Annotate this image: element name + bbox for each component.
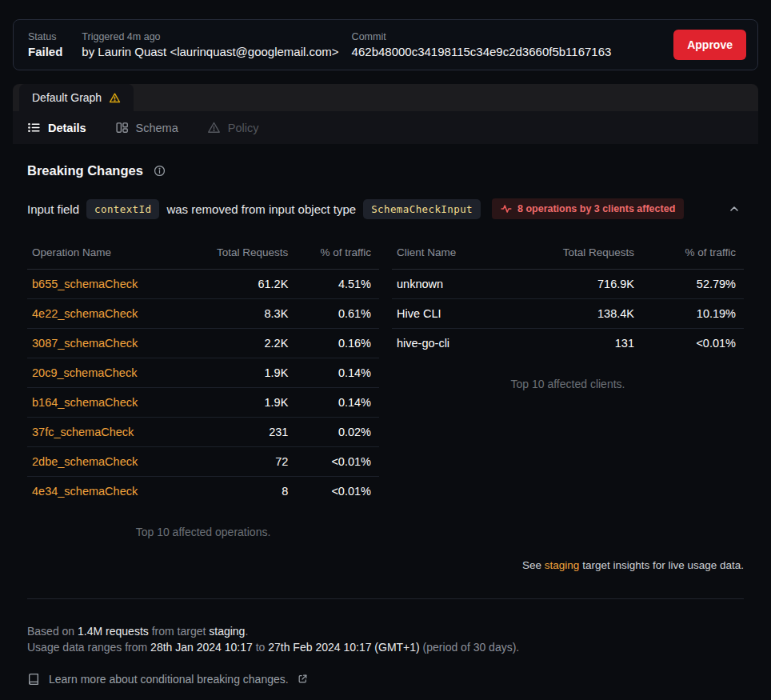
traffic-percent-value: <0.01% xyxy=(293,477,379,506)
table-row: unknown716.9K52.79% xyxy=(392,270,744,299)
traffic-percent-value: 52.79% xyxy=(639,270,744,299)
operation-link[interactable]: 3087_schemaCheck xyxy=(27,329,183,358)
total-requests-value: 2.2K xyxy=(183,329,293,358)
table-row: b655_schemaCheck61.2K4.51% xyxy=(27,270,379,299)
total-requests-value: 716.9K xyxy=(505,270,639,299)
range-suffix: (period of 30 days). xyxy=(420,641,520,654)
learn-more-link[interactable]: Learn more about conditional breaking ch… xyxy=(27,673,308,686)
client-name: Hive CLI xyxy=(392,299,505,329)
triggered-group: Triggered 4m ago by Laurin Quast <laurin… xyxy=(82,31,338,58)
column-header: % of traffic xyxy=(639,242,744,270)
operation-link[interactable]: 4e34_schemaCheck xyxy=(27,477,183,506)
date-range-line: Usage data ranges from 28th Jan 2024 10:… xyxy=(27,639,744,655)
column-header: Operation Name xyxy=(27,242,183,270)
range-start: 28th Jan 2024 10:17 xyxy=(150,641,253,654)
usage-summary: Based on 1.4M requests from target stagi… xyxy=(27,623,744,655)
usage-tables: Operation NameTotal Requests% of traffic… xyxy=(27,242,744,538)
tab-policy[interactable]: Policy xyxy=(207,121,259,134)
range-end: 27th Feb 2024 10:17 (GMT+1) xyxy=(268,641,420,654)
check-summary-card: Status Failed Triggered 4m ago by Laurin… xyxy=(13,19,758,70)
total-requests-value: 61.2K xyxy=(183,270,293,299)
type-code-badge: SchemaCheckInput xyxy=(363,199,481,219)
table-row: 3087_schemaCheck2.2K0.16% xyxy=(27,329,379,358)
tab-policy-label: Policy xyxy=(228,122,259,134)
info-icon[interactable] xyxy=(154,165,166,177)
traffic-percent-value: 0.61% xyxy=(293,299,379,329)
change-text-middle: was removed from input object type xyxy=(166,202,356,216)
table-row: 4e34_schemaCheck8<0.01% xyxy=(27,477,379,506)
client-name: hive-go-cli xyxy=(392,329,505,358)
staging-target-link[interactable]: staging xyxy=(545,559,580,571)
operation-link[interactable]: 2dbe_schemaCheck xyxy=(27,447,183,477)
status-value: Failed xyxy=(28,45,62,58)
table-row: Hive CLI138.4K10.19% xyxy=(392,299,744,329)
table-row: 37fc_schemaCheck2310.02% xyxy=(27,418,379,447)
target-name: staging xyxy=(209,625,245,638)
operations-table: Operation NameTotal Requests% of traffic… xyxy=(27,242,379,506)
impact-badge-label: 8 operations by 3 clients affected xyxy=(517,203,675,214)
based-on-end: . xyxy=(245,625,248,638)
status-label: Status xyxy=(28,31,62,42)
table-row: 2dbe_schemaCheck72<0.01% xyxy=(27,447,379,477)
column-header: Total Requests xyxy=(183,242,293,270)
field-code-badge: contextId xyxy=(86,199,159,219)
approve-button[interactable]: Approve xyxy=(673,30,746,60)
traffic-percent-value: 10.19% xyxy=(639,299,744,329)
triggered-label: Triggered 4m ago xyxy=(82,31,338,42)
request-count: 1.4M requests xyxy=(78,625,149,638)
column-header: % of traffic xyxy=(293,242,379,270)
client-name: unknown xyxy=(392,270,505,299)
operation-link[interactable]: 37fc_schemaCheck xyxy=(27,418,183,447)
tab-details[interactable]: Details xyxy=(27,121,86,134)
table-row: 20c9_schemaCheck1.9K0.14% xyxy=(27,358,379,388)
check-nav-row: Details Schema Policy xyxy=(13,111,758,144)
clients-table: Client NameTotal Requests% of trafficunk… xyxy=(392,242,744,358)
impact-badge[interactable]: 8 operations by 3 clients affected xyxy=(492,198,684,219)
traffic-percent-value: 4.51% xyxy=(293,270,379,299)
total-requests-value: 1.9K xyxy=(183,358,293,388)
breaking-change-row: Input field contextId was removed from i… xyxy=(27,198,744,219)
collapse-chevron-icon[interactable] xyxy=(725,199,744,218)
traffic-percent-value: 0.14% xyxy=(293,358,379,388)
column-header: Client Name xyxy=(392,242,505,270)
triggered-by: by Laurin Quast <laurinquast@googlemail.… xyxy=(82,45,338,58)
total-requests-value: 8 xyxy=(183,477,293,506)
tab-default-graph[interactable]: Default Graph xyxy=(19,84,134,111)
insights-note: See staging target insights for live usa… xyxy=(27,559,744,571)
table-row: 4e22_schemaCheck8.3K0.61% xyxy=(27,299,379,329)
based-on-mid: from target xyxy=(149,625,209,638)
graph-tab-label: Default Graph xyxy=(32,91,102,104)
total-requests-value: 1.9K xyxy=(183,388,293,418)
operation-link[interactable]: b655_schemaCheck xyxy=(27,270,183,299)
section-divider xyxy=(27,598,744,599)
change-text-prefix: Input field xyxy=(27,202,79,216)
total-requests-value: 138.4K xyxy=(505,299,639,329)
tab-schema[interactable]: Schema xyxy=(115,121,178,134)
table-row: b164_schemaCheck1.9K0.14% xyxy=(27,388,379,418)
clients-table-note: Top 10 affected clients. xyxy=(392,378,744,390)
operation-link[interactable]: 4e22_schemaCheck xyxy=(27,299,183,329)
traffic-percent-value: <0.01% xyxy=(293,447,379,477)
breaking-changes-title: Breaking Changes xyxy=(27,163,143,178)
book-icon xyxy=(27,673,40,686)
status-group: Status Failed xyxy=(28,31,62,58)
total-requests-value: 231 xyxy=(183,418,293,447)
total-requests-value: 131 xyxy=(505,329,639,358)
range-pre: Usage data ranges from xyxy=(27,641,150,654)
operations-column: Operation NameTotal Requests% of traffic… xyxy=(27,242,379,538)
list-icon xyxy=(27,121,41,134)
based-on-pre: Based on xyxy=(27,625,78,638)
insights-note-pre: See xyxy=(522,559,545,571)
commit-label: Commit xyxy=(352,31,612,42)
details-content: Breaking Changes Input field contextId w… xyxy=(13,163,758,686)
range-mid: to xyxy=(253,641,268,654)
insights-note-post: target insights for live usage data. xyxy=(579,559,744,571)
learn-more-label: Learn more about conditional breaking ch… xyxy=(49,673,289,686)
schema-columns-icon xyxy=(115,121,129,134)
tab-details-label: Details xyxy=(48,122,86,134)
operation-link[interactable]: 20c9_schemaCheck xyxy=(27,358,183,388)
operation-link[interactable]: b164_schemaCheck xyxy=(27,388,183,418)
external-link-icon xyxy=(298,674,308,684)
based-on-line: Based on 1.4M requests from target stagi… xyxy=(27,623,744,639)
traffic-percent-value: <0.01% xyxy=(639,329,744,358)
